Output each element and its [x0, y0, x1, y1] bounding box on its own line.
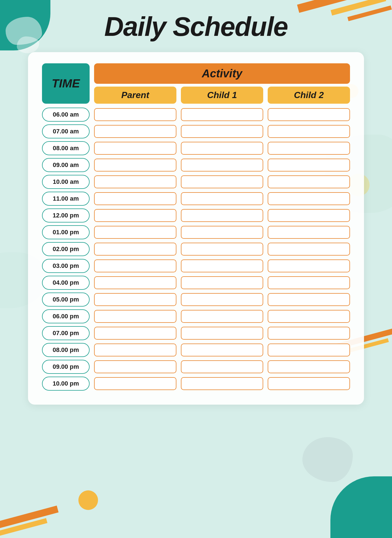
time-row: 10.00 am [42, 175, 350, 189]
activity-cell-child2[interactable] [268, 310, 350, 323]
activity-cells [94, 243, 350, 256]
schedule-card: TIME Activity Parent Child 1 Child 2 06.… [28, 52, 364, 405]
activity-cells [94, 360, 350, 373]
activity-cell-parent[interactable] [94, 243, 176, 256]
main-content: Daily Schedule TIME Activity Parent Chil… [0, 0, 392, 416]
time-slot-label: 02.00 pm [42, 242, 90, 256]
activity-cell-child1[interactable] [181, 377, 263, 390]
activity-cell-child2[interactable] [268, 209, 350, 222]
activity-cell-child2[interactable] [268, 327, 350, 340]
activity-cell-child1[interactable] [181, 293, 263, 306]
time-slot-label: 08.00 am [42, 141, 90, 155]
time-row: 05.00 pm [42, 293, 350, 307]
time-slot-label: 07.00 pm [42, 326, 90, 340]
activity-cell-child1[interactable] [181, 175, 263, 188]
activity-cells [94, 108, 350, 121]
activity-block: Activity Parent Child 1 Child 2 [94, 63, 350, 104]
time-slot-label: 01.00 pm [42, 225, 90, 239]
activity-cell-child2[interactable] [268, 125, 350, 138]
time-row: 07.00 pm [42, 326, 350, 340]
activity-cells [94, 293, 350, 306]
activity-cell-child2[interactable] [268, 293, 350, 306]
activity-cell-parent[interactable] [94, 293, 176, 306]
activity-cell-parent[interactable] [94, 276, 176, 289]
activity-cell-child2[interactable] [268, 159, 350, 171]
time-slot-label: 06.00 pm [42, 309, 90, 323]
activity-cell-child1[interactable] [181, 125, 263, 138]
activity-cell-parent[interactable] [94, 175, 176, 188]
activity-cell-child1[interactable] [181, 209, 263, 222]
activity-cell-child2[interactable] [268, 243, 350, 256]
activity-cell-child1[interactable] [181, 360, 263, 373]
activity-cell-child2[interactable] [268, 226, 350, 239]
blob-bottom-right [302, 437, 353, 482]
activity-cell-child1[interactable] [181, 310, 263, 323]
activity-cells [94, 344, 350, 356]
activity-cell-parent[interactable] [94, 108, 176, 121]
time-row: 12.00 pm [42, 208, 350, 222]
activity-cell-child1[interactable] [181, 159, 263, 171]
time-row: 01.00 pm [42, 225, 350, 239]
activity-cell-child1[interactable] [181, 276, 263, 289]
time-row: 08.00 am [42, 141, 350, 155]
child2-subheader: Child 2 [268, 87, 350, 104]
activity-cell-child2[interactable] [268, 142, 350, 155]
activity-cell-child1[interactable] [181, 192, 263, 205]
time-header-label: TIME [42, 63, 90, 104]
activity-cell-child1[interactable] [181, 226, 263, 239]
activity-cell-child2[interactable] [268, 377, 350, 390]
corner-teal2-bottomright [358, 482, 392, 521]
time-rows-container: 06.00 am07.00 am08.00 am09.00 am10.00 am… [42, 108, 350, 391]
time-row: 02.00 pm [42, 242, 350, 256]
activity-cell-child2[interactable] [268, 259, 350, 272]
activity-cells [94, 377, 350, 390]
activity-cells [94, 125, 350, 138]
activity-cell-parent[interactable] [94, 192, 176, 205]
activity-cells [94, 310, 350, 323]
activity-cell-child1[interactable] [181, 259, 263, 272]
sub-headers-row: Parent Child 1 Child 2 [94, 87, 350, 104]
activity-cells [94, 175, 350, 188]
corner-teal-bottomright [330, 476, 392, 538]
activity-cell-parent[interactable] [94, 259, 176, 272]
time-slot-label: 06.00 am [42, 108, 90, 122]
time-slot-label: 10.00 am [42, 175, 90, 189]
time-row: 11.00 am [42, 192, 350, 206]
activity-cell-child1[interactable] [181, 344, 263, 356]
activity-cell-parent[interactable] [94, 377, 176, 390]
time-slot-label: 11.00 am [42, 192, 90, 206]
activity-cells [94, 192, 350, 205]
time-row: 04.00 pm [42, 276, 350, 290]
activity-cell-parent[interactable] [94, 125, 176, 138]
activity-cell-parent[interactable] [94, 159, 176, 171]
page-title: Daily Schedule [104, 11, 288, 42]
activity-cell-parent[interactable] [94, 344, 176, 356]
stripe-yellow-bottomleft [0, 518, 47, 536]
activity-cell-child2[interactable] [268, 344, 350, 356]
activity-cell-parent[interactable] [94, 209, 176, 222]
activity-cell-child1[interactable] [181, 327, 263, 340]
activity-cell-child1[interactable] [181, 142, 263, 155]
child1-subheader: Child 1 [181, 87, 263, 104]
activity-cell-child2[interactable] [268, 276, 350, 289]
time-slot-label: 07.00 am [42, 124, 90, 138]
activity-cell-parent[interactable] [94, 226, 176, 239]
time-slot-label: 12.00 pm [42, 208, 90, 222]
time-slot-label: 09.00 am [42, 158, 90, 172]
activity-cells [94, 276, 350, 289]
activity-cell-child2[interactable] [268, 175, 350, 188]
time-row: 09.00 pm [42, 360, 350, 374]
activity-cell-child2[interactable] [268, 108, 350, 121]
activity-cell-child2[interactable] [268, 360, 350, 373]
time-slot-label: 08.00 pm [42, 343, 90, 357]
activity-cells [94, 259, 350, 272]
activity-cell-parent[interactable] [94, 327, 176, 340]
activity-cell-parent[interactable] [94, 360, 176, 373]
activity-cells [94, 327, 350, 340]
activity-cell-parent[interactable] [94, 142, 176, 155]
activity-cell-parent[interactable] [94, 310, 176, 323]
activity-cells [94, 226, 350, 239]
activity-cell-child1[interactable] [181, 243, 263, 256]
activity-cell-child1[interactable] [181, 108, 263, 121]
activity-cell-child2[interactable] [268, 192, 350, 205]
